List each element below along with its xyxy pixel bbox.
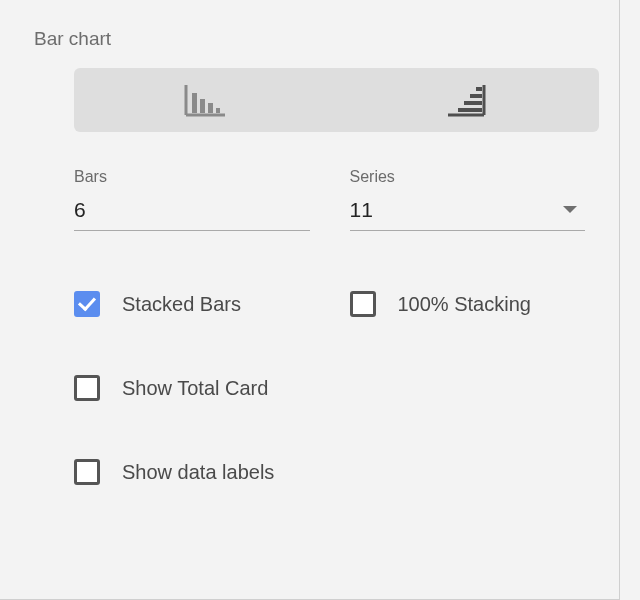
show-total-card-label: Show Total Card [122, 377, 268, 400]
series-field: Series 11 [350, 168, 586, 231]
stacked-bars-checkbox[interactable]: Stacked Bars [74, 291, 310, 317]
svg-rect-3 [200, 99, 205, 113]
svg-rect-8 [476, 87, 482, 91]
stacking-100-checkbox[interactable]: 100% Stacking [350, 291, 586, 317]
panel-title: Bar chart [34, 28, 585, 50]
horizontal-bars-icon [446, 83, 490, 117]
show-data-labels-label: Show data labels [122, 461, 274, 484]
stacked-bars-label: Stacked Bars [122, 293, 241, 316]
svg-rect-5 [216, 108, 220, 113]
show-data-labels-checkbox[interactable]: Show data labels [74, 459, 310, 485]
series-label: Series [350, 168, 586, 186]
bars-label: Bars [74, 168, 310, 186]
checkbox-group: Stacked Bars 100% Stacking Show Total Ca… [74, 291, 585, 485]
svg-rect-9 [470, 94, 482, 98]
checkbox-box [74, 375, 100, 401]
bar-chart-config-panel: Bar chart [0, 0, 620, 600]
svg-rect-2 [192, 93, 197, 113]
orientation-vertical-button[interactable] [74, 68, 337, 132]
svg-rect-10 [464, 101, 482, 105]
svg-rect-4 [208, 103, 213, 113]
bars-input[interactable] [74, 198, 310, 222]
checkbox-box [74, 459, 100, 485]
checkbox-box [74, 291, 100, 317]
show-total-card-checkbox[interactable]: Show Total Card [74, 375, 310, 401]
orientation-horizontal-button[interactable] [337, 68, 600, 132]
bars-field: Bars [74, 168, 310, 231]
orientation-toggle [74, 68, 599, 132]
svg-rect-11 [458, 108, 482, 112]
stacking-100-label: 100% Stacking [398, 293, 531, 316]
fields-row: Bars Series 11 [74, 168, 585, 231]
series-select[interactable]: 11 [350, 198, 586, 222]
checkbox-box [350, 291, 376, 317]
vertical-bars-icon [183, 83, 227, 117]
